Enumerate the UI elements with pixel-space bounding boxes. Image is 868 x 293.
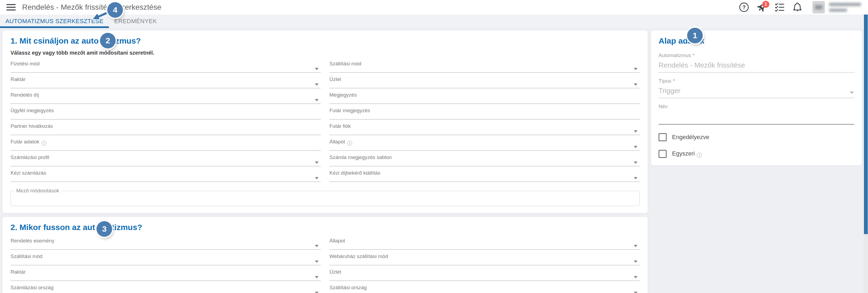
chevron-down-icon	[634, 161, 638, 164]
callout-badge-4: 4	[107, 2, 123, 18]
basic-data-panel: Alap adatok Automatizmus * Rendelés - Me…	[651, 30, 862, 166]
field-label: Kézi díjbekérő kiállítás	[330, 170, 380, 176]
field-szallitasi-mod[interactable]: Szállítási mód	[330, 59, 640, 75]
field-underline	[330, 281, 640, 281]
field-futar-fiok[interactable]: Futár fiók	[330, 122, 640, 137]
automation-label: Automatizmus *	[658, 52, 854, 59]
field-allapot[interactable]: Állapoti	[330, 137, 640, 153]
enabled-checkbox[interactable]	[658, 133, 666, 141]
callout-badge-2: 2	[100, 33, 116, 48]
field-rendeles-dij[interactable]: Rendelés díj	[10, 90, 321, 106]
field-label: Számlázási profil	[10, 154, 49, 160]
field-label: Ügyfél megjegyzés	[10, 108, 54, 114]
field-megjegyzes[interactable]: Megjegyzés	[330, 90, 640, 106]
name-input[interactable]	[658, 112, 854, 124]
hamburger-menu-icon[interactable]	[6, 4, 16, 10]
chevron-down-icon	[634, 177, 638, 179]
help-icon[interactable]: ?	[739, 2, 749, 13]
field-underline	[10, 249, 321, 250]
info-icon[interactable]: i	[697, 153, 702, 158]
mezo-modositasok-label: Mező módosítások	[14, 188, 61, 194]
callout-badge-1: 1	[687, 28, 703, 43]
field-underline	[10, 265, 321, 265]
field-underline	[10, 72, 321, 73]
field-underline	[10, 119, 321, 119]
chevron-down-icon	[315, 276, 319, 279]
field-kezi-szamlazas[interactable]: Kézi számlázás	[10, 169, 321, 184]
field-when-allapot[interactable]: Állapot	[330, 236, 640, 252]
enabled-checkbox-row[interactable]: Engedélyezve	[658, 133, 854, 141]
field-label: Partner hivatkozás	[10, 123, 53, 129]
field-when-uzlet[interactable]: Üzlet	[330, 267, 640, 283]
field-rendeles-esemeny[interactable]: Rendelés esemény	[10, 236, 321, 252]
tasks-checklist-icon[interactable]	[774, 2, 785, 13]
chevron-down-icon	[634, 276, 638, 279]
vertical-scrollbar[interactable]	[864, 14, 868, 293]
notification-badge: 1	[762, 1, 769, 8]
field-label: Üzlet	[330, 76, 341, 82]
field-szallitasi-orszag[interactable]: Szállítási ország	[330, 283, 640, 293]
field-futar-adatok[interactable]: Futár adatoki	[10, 137, 321, 153]
info-icon[interactable]: i	[41, 141, 46, 146]
chevron-down-icon	[315, 68, 319, 70]
section-what-subtitle: Válassz egy vagy több mezőt amit módosít…	[10, 50, 640, 56]
field-label: Raktár	[10, 76, 26, 82]
field-label: Állapoti	[330, 139, 352, 146]
enabled-label: Engedélyezve	[672, 134, 709, 141]
field-underline	[10, 182, 321, 182]
header-actions: ? 1	[739, 1, 861, 13]
chevron-down-icon	[634, 260, 638, 263]
field-underline	[330, 150, 640, 151]
field-ugyfel-megjegyzes[interactable]: Ügyfél megjegyzés	[10, 106, 321, 122]
field-label: Fizetési mód	[10, 61, 40, 67]
svg-text:?: ?	[742, 4, 746, 10]
app-header: Rendelés - Mezők frissítése szerkesztése…	[0, 0, 868, 14]
chevron-down-icon	[315, 292, 319, 293]
notifications-bell-icon[interactable]	[792, 2, 803, 13]
field-underline	[330, 182, 640, 182]
chevron-down-icon	[315, 99, 319, 102]
info-icon[interactable]: i	[347, 141, 352, 146]
field-underline	[10, 104, 321, 104]
field-webaruhaz-szallitasi-mod[interactable]: Webáruház szállítási mód	[330, 252, 640, 267]
field-raktar[interactable]: Raktár	[10, 75, 321, 90]
automation-value: Rendelés - Mezők frissítése	[658, 61, 854, 73]
type-label: Típus *	[658, 78, 854, 84]
field-szamlazasi-orszag[interactable]: Számlázási ország	[10, 283, 321, 293]
field-underline	[10, 150, 321, 151]
chevron-down-icon	[850, 91, 854, 94]
bell-icon-svg	[792, 2, 803, 13]
field-label: Futár megjegyzés	[330, 108, 370, 114]
name-field[interactable]: Név	[658, 104, 854, 124]
field-underline	[330, 72, 640, 73]
field-label: Rendelés díj	[10, 92, 39, 98]
field-uzlet[interactable]: Üzlet	[330, 75, 640, 90]
field-kezi-dijbekero-kiallitas[interactable]: Kézi díjbekérő kiállítás	[330, 169, 640, 184]
field-fizetesi-mod[interactable]: Fizetési mód	[10, 59, 321, 75]
avatar-initials-redacted	[815, 5, 823, 9]
mezo-modositasok-box[interactable]: Mező módosítások	[10, 188, 640, 206]
field-when-szallitasi-mod[interactable]: Szállítási mód	[10, 252, 321, 267]
name-label: Név	[658, 104, 854, 110]
chevron-down-icon	[634, 245, 638, 247]
field-underline	[10, 281, 321, 281]
callout-badge-3: 3	[96, 221, 112, 237]
chevron-down-icon	[634, 292, 638, 293]
field-szamlazasi-profil[interactable]: Számlázási profil	[10, 153, 321, 169]
user-menu[interactable]	[812, 1, 861, 13]
tab-bar: AUTOMATIZMUS SZERKESZTÉSE EREDMÉNYEK	[0, 14, 868, 28]
whats-new-rocket-icon[interactable]: 1	[756, 2, 767, 13]
once-checkbox[interactable]	[658, 150, 666, 158]
field-partner-hivatkozas[interactable]: Partner hivatkozás	[10, 122, 321, 137]
field-futar-megjegyzes[interactable]: Futár megjegyzés	[330, 106, 640, 122]
field-szamla-megjegyzes-sablon[interactable]: Számla megjegyzés sablon	[330, 153, 640, 169]
field-label: Számla megjegyzés sablon	[330, 154, 392, 160]
field-label: Szállítási ország	[330, 285, 367, 291]
once-checkbox-row[interactable]: Egyszerii	[658, 150, 854, 158]
field-label: Rendelés esemény	[10, 238, 55, 244]
field-when-raktar[interactable]: Raktár	[10, 267, 321, 283]
field-underline	[330, 166, 640, 166]
field-label: Raktár	[10, 269, 26, 275]
scrollbar-thumb[interactable]	[864, 14, 868, 234]
type-field[interactable]: Típus * Trigger	[658, 78, 854, 98]
